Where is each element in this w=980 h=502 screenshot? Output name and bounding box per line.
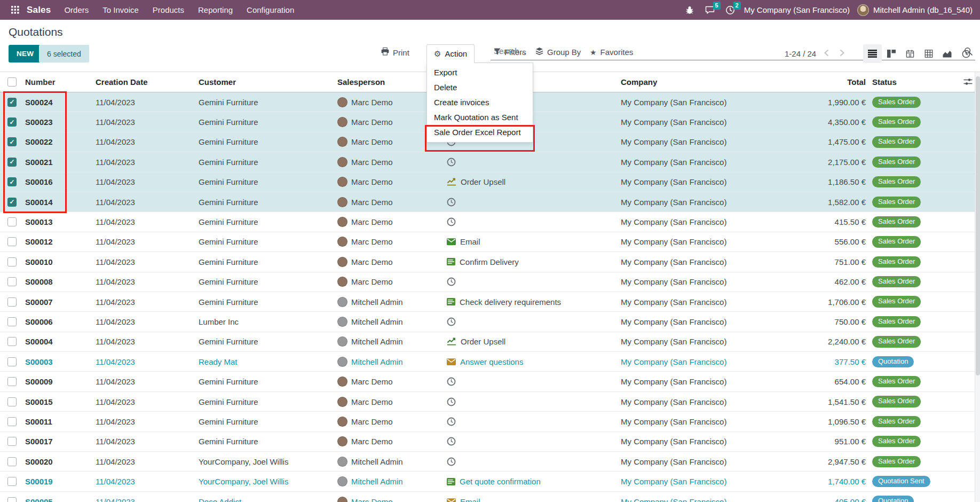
table-row[interactable]: S00004 11/04/2023 Gemini Furniture Mitch… xyxy=(0,332,980,352)
messages-icon[interactable]: 5 xyxy=(704,4,716,17)
row-checkbox[interactable] xyxy=(7,177,17,186)
row-checkbox[interactable] xyxy=(7,457,17,466)
menu-item-mark-quotation-as-sent[interactable]: Mark Quotation as Sent xyxy=(427,110,533,125)
row-checkbox[interactable] xyxy=(7,277,17,286)
activity-cell[interactable] xyxy=(447,158,621,167)
row-checkbox[interactable] xyxy=(7,237,17,246)
table-row[interactable]: S00016 11/04/2023 Gemini Furniture Marc … xyxy=(0,172,980,192)
column-header-creation-date[interactable]: Creation Date xyxy=(96,77,199,87)
activity-cell[interactable] xyxy=(447,277,621,286)
row-checkbox[interactable] xyxy=(7,317,17,326)
activity-cell[interactable]: Email xyxy=(447,237,621,246)
row-checkbox[interactable] xyxy=(7,217,17,226)
activity-cell[interactable]: Answer questions xyxy=(447,357,621,366)
row-checkbox[interactable] xyxy=(7,377,17,386)
view-graph-button[interactable] xyxy=(938,44,957,63)
activity-cell[interactable] xyxy=(447,217,621,226)
vertical-scrollbar[interactable] xyxy=(975,72,980,502)
column-header-customer[interactable]: Customer xyxy=(199,77,337,87)
column-header-total[interactable]: Total xyxy=(769,77,867,87)
activity-cell[interactable] xyxy=(447,198,621,207)
nav-item-products[interactable]: Products xyxy=(147,0,190,20)
table-row[interactable]: S00021 11/04/2023 Gemini Furniture Marc … xyxy=(0,152,980,172)
activity-cell[interactable]: Order Upsell xyxy=(447,177,621,186)
nav-item-orders[interactable]: Orders xyxy=(58,0,94,20)
row-checkbox[interactable] xyxy=(7,417,17,426)
activity-cell[interactable] xyxy=(447,457,621,466)
row-checkbox[interactable] xyxy=(7,397,17,406)
menu-item-export[interactable]: Export xyxy=(427,65,533,80)
row-checkbox[interactable] xyxy=(7,497,17,502)
print-button[interactable]: Print xyxy=(381,48,409,57)
menu-item-create-invoices[interactable]: Create invoices xyxy=(427,95,533,110)
row-checkbox[interactable] xyxy=(7,117,17,127)
row-checkbox[interactable] xyxy=(7,477,17,486)
table-row[interactable]: S00009 11/04/2023 Gemini Furniture Marc … xyxy=(0,372,980,391)
activities-clock-icon[interactable]: 2 xyxy=(724,4,737,17)
column-header-company[interactable]: Company xyxy=(621,77,769,87)
view-pivot-button[interactable] xyxy=(919,44,938,63)
company-switcher[interactable]: My Company (San Francisco) xyxy=(744,5,850,14)
optional-columns-icon[interactable] xyxy=(963,77,973,88)
activity-cell[interactable]: Get quote confirmation xyxy=(447,477,621,486)
table-row[interactable]: S00014 11/04/2023 Gemini Furniture Marc … xyxy=(0,192,980,212)
user-menu[interactable]: Mitchell Admin (db_16_540) xyxy=(873,5,973,14)
activity-cell[interactable]: Check delivery requirements xyxy=(447,297,621,307)
selected-count-badge[interactable]: 6 selected xyxy=(39,45,89,62)
row-checkbox[interactable] xyxy=(7,137,17,146)
row-checkbox[interactable] xyxy=(7,357,17,366)
activity-cell[interactable] xyxy=(447,417,621,426)
nav-item-to-invoice[interactable]: To Invoice xyxy=(97,0,145,20)
debug-bug-icon[interactable] xyxy=(683,4,696,17)
filters-button[interactable]: Filters xyxy=(494,48,526,57)
favorites-button[interactable]: ★ Favorites xyxy=(590,48,633,57)
table-row[interactable]: S00010 11/04/2023 Gemini Furniture Marc … xyxy=(0,252,980,272)
row-checkbox[interactable] xyxy=(7,437,17,446)
row-checkbox[interactable] xyxy=(7,158,17,167)
nav-item-configuration[interactable]: Configuration xyxy=(241,0,300,20)
pager-previous-button[interactable] xyxy=(821,49,832,58)
table-row[interactable]: S00017 11/04/2023 Gemini Furniture Marc … xyxy=(0,432,980,452)
scrollbar-thumb[interactable] xyxy=(976,76,980,375)
row-checkbox[interactable] xyxy=(7,297,17,307)
table-row[interactable]: S00007 11/04/2023 Gemini Furniture Mitch… xyxy=(0,292,980,312)
activity-cell[interactable]: Order Upsell xyxy=(447,337,621,346)
row-checkbox[interactable] xyxy=(7,257,17,266)
table-row[interactable]: S00020 11/04/2023 YourCompany, Joel Will… xyxy=(0,452,980,472)
table-row[interactable]: S00003 11/04/2023 Ready Mat Mitchell Adm… xyxy=(0,352,980,372)
nav-item-reporting[interactable]: Reporting xyxy=(192,0,239,20)
row-checkbox[interactable] xyxy=(7,98,17,107)
new-button[interactable]: NEW xyxy=(9,45,42,62)
table-row[interactable]: S00005 11/04/2023 Deco Addict Marc Demo … xyxy=(0,492,980,502)
column-header-number[interactable]: Number xyxy=(25,77,96,87)
activity-cell[interactable]: Confirm Delivery xyxy=(447,257,621,266)
group-by-button[interactable]: Group By xyxy=(535,48,581,57)
apps-grid-icon[interactable] xyxy=(7,0,22,20)
table-row[interactable]: S00011 11/04/2023 Gemini Furniture Marc … xyxy=(0,412,980,432)
table-row[interactable]: S00015 11/04/2023 Gemini Furniture Marc … xyxy=(0,392,980,412)
activity-cell[interactable] xyxy=(447,377,621,386)
pager-next-button[interactable] xyxy=(837,49,847,58)
table-row[interactable]: S00008 11/04/2023 Gemini Furniture Marc … xyxy=(0,272,980,292)
select-all-checkbox[interactable] xyxy=(7,77,17,87)
row-checkbox[interactable] xyxy=(7,198,17,207)
customer-name: Gemini Furniture xyxy=(199,417,337,426)
view-kanban-button[interactable] xyxy=(882,44,900,63)
activity-cell[interactable]: Email xyxy=(447,497,621,502)
table-row[interactable]: S00012 11/04/2023 Gemini Furniture Marc … xyxy=(0,232,980,252)
table-row[interactable]: S00006 11/04/2023 Lumber Inc Mitchell Ad… xyxy=(0,312,980,332)
table-row[interactable]: S00019 11/04/2023 YourCompany, Joel Will… xyxy=(0,472,980,491)
app-name[interactable]: Sales xyxy=(27,5,51,15)
table-row[interactable]: S00013 11/04/2023 Gemini Furniture Marc … xyxy=(0,212,980,232)
action-menu-button[interactable]: ⚙ Action xyxy=(426,44,475,63)
view-list-button[interactable] xyxy=(863,44,882,63)
user-avatar[interactable] xyxy=(857,4,869,16)
view-activity-button[interactable] xyxy=(957,44,975,63)
row-checkbox[interactable] xyxy=(7,337,17,346)
menu-item-delete[interactable]: Delete xyxy=(427,80,533,95)
view-calendar-button[interactable] xyxy=(900,44,919,63)
activity-cell[interactable] xyxy=(447,437,621,446)
activity-cell[interactable] xyxy=(447,317,621,326)
activity-cell[interactable] xyxy=(447,397,621,406)
menu-item-sale-order-excel-report[interactable]: Sale Order Excel Report xyxy=(427,125,533,140)
